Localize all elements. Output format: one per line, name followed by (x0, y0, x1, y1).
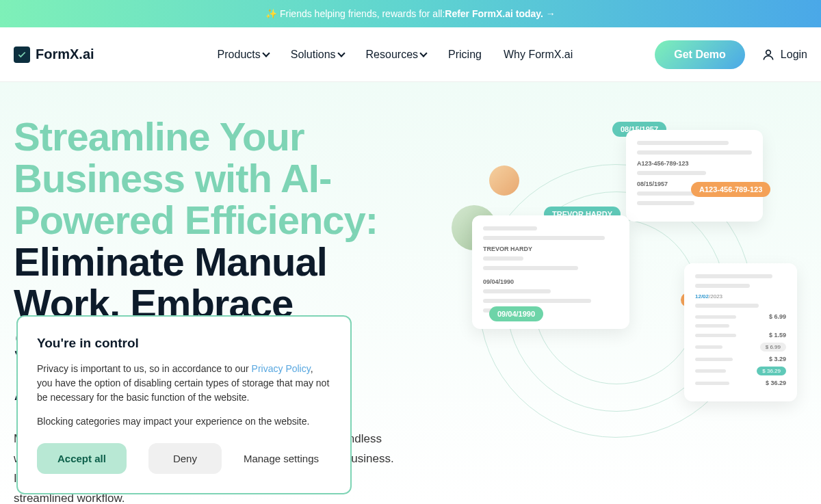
logo-icon (14, 47, 30, 63)
id-pill: A123-456-789-123 (691, 182, 770, 197)
logo-text: FormX.ai (36, 47, 94, 62)
accept-all-button[interactable]: Accept all (37, 443, 127, 474)
nav-pricing[interactable]: Pricing (448, 49, 482, 61)
get-demo-button[interactable]: Get Demo (655, 40, 745, 69)
navbar: FormX.ai Products Solutions Resources Pr… (0, 27, 821, 82)
announcement-link[interactable]: Refer FormX.ai today. → (445, 8, 556, 19)
chevron-down-icon (337, 49, 345, 57)
manage-settings-button[interactable]: Manage settings (244, 453, 319, 464)
cookie-warning: Blocking categories may impact your expe… (37, 416, 331, 427)
nav-right: Get Demo Login (655, 40, 807, 69)
announcement-text: ✨ Friends helping friends, rewards for a… (265, 8, 445, 19)
chevron-down-icon (419, 49, 427, 57)
cookie-buttons: Accept all Deny Manage settings (37, 443, 331, 474)
svg-point-0 (766, 50, 771, 55)
nav-products[interactable]: Products (218, 49, 269, 61)
id-card: A123-456-789-123 08/15/1957 (626, 130, 763, 222)
nav-solutions[interactable]: Solutions (291, 49, 344, 61)
deny-button[interactable]: Deny (148, 443, 222, 474)
cookie-title: You're in control (37, 336, 331, 351)
dob-pill: 09/04/1990 (489, 306, 543, 321)
avatar (489, 165, 519, 196)
hero-illustration: 08/15/1957 A123-456-789-123 08/15/1957 A… (438, 109, 807, 451)
login-link[interactable]: Login (761, 48, 807, 62)
invoice-date-label: 12/02/2023 (695, 293, 786, 300)
user-icon (761, 48, 775, 62)
announcement-bar[interactable]: ✨ Friends helping friends, rewards for a… (0, 0, 821, 27)
cookie-consent-modal: You're in control Privacy is important t… (16, 315, 352, 494)
chevron-down-icon (262, 49, 270, 57)
logo[interactable]: FormX.ai (14, 47, 94, 63)
privacy-policy-link[interactable]: Privacy Policy (252, 363, 311, 374)
nav-resources[interactable]: Resources (366, 49, 426, 61)
invoice-card: 12/02/2023 $ 6.99 $ 1.59 $ 6.99 $ 3.29 $… (684, 263, 797, 401)
cookie-description: Privacy is important to us, so in accord… (37, 362, 331, 405)
nav-links: Products Solutions Resources Pricing Why… (218, 49, 573, 61)
nav-why[interactable]: Why FormX.ai (504, 49, 573, 61)
